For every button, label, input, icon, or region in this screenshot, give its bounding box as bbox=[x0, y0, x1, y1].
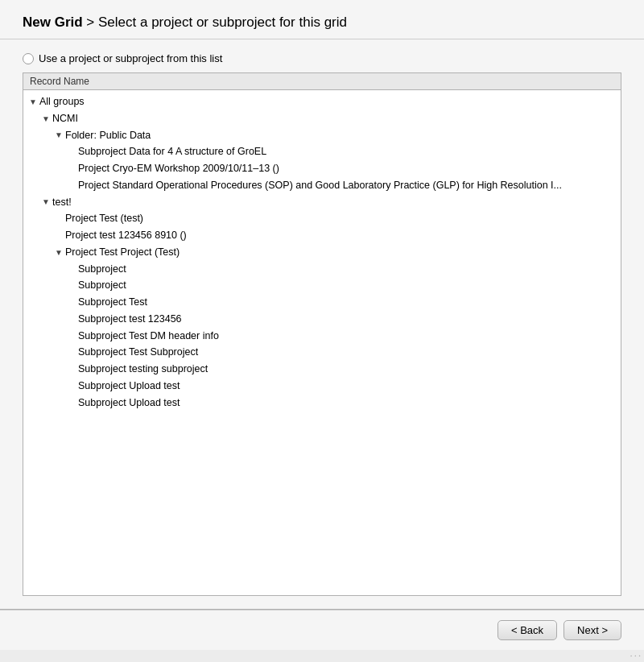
tree-item-label: All groups bbox=[38, 94, 85, 110]
tree-item-label: Subproject bbox=[76, 278, 126, 293]
tree-item-label: Project Cryo-EM Workshop 2009/10/11–13 (… bbox=[76, 161, 279, 176]
next-button[interactable]: Next > bbox=[564, 620, 621, 640]
triangle-icon[interactable] bbox=[41, 113, 51, 125]
radio-button[interactable] bbox=[23, 53, 34, 64]
tree-item-label: Folder: Public Data bbox=[64, 128, 151, 143]
triangle-icon[interactable] bbox=[54, 129, 64, 141]
content-area: Use a project or subproject from this li… bbox=[0, 39, 644, 609]
page-title: New Grid > Select a project or subprojec… bbox=[23, 14, 621, 31]
triangle-icon[interactable] bbox=[41, 196, 51, 208]
tree-item[interactable]: ▼Project Test (test) bbox=[23, 210, 621, 227]
tree-item-label: Subproject test 123456 bbox=[76, 312, 182, 327]
radio-row[interactable]: Use a project or subproject from this li… bbox=[23, 52, 621, 64]
tree-item[interactable]: ▼Project Cryo-EM Workshop 2009/10/11–13 … bbox=[23, 160, 621, 177]
tree-item[interactable]: ▼Project Standard Operational Procedures… bbox=[23, 177, 621, 194]
tree-column-header: Record Name bbox=[23, 73, 621, 90]
triangle-icon[interactable] bbox=[54, 246, 64, 259]
tree-item[interactable]: ▼Subproject bbox=[23, 261, 621, 278]
tree-item-label: Project test 123456 8910 () bbox=[64, 228, 187, 243]
tree-item-label: Subproject Test DM header info bbox=[76, 329, 219, 344]
tree-item-label: Subproject Data for 4 A structure of Gro… bbox=[76, 144, 266, 159]
tree-item-label: NCMI bbox=[51, 111, 78, 126]
page-title-main: > Select a project or subproject for thi… bbox=[83, 14, 347, 30]
tree-item-label: test! bbox=[51, 195, 72, 210]
tree-panel[interactable]: Record Name All groupsNCMIFolder: Public… bbox=[23, 72, 621, 596]
tree-item[interactable]: Project Test Project (Test) bbox=[23, 244, 621, 261]
tree-item-label: Subproject bbox=[76, 262, 126, 277]
tree-item[interactable]: All groups bbox=[23, 93, 621, 110]
tree-item-label: Subproject Test Subproject bbox=[76, 345, 198, 360]
back-button[interactable]: < Back bbox=[497, 620, 557, 640]
tree-item[interactable]: ▼Subproject Test Subproject bbox=[23, 344, 621, 361]
tree-item[interactable]: ▼Subproject Upload test bbox=[23, 395, 621, 412]
title-bar: New Grid > Select a project or subprojec… bbox=[0, 0, 644, 39]
page-title-prefix: New Grid bbox=[23, 14, 83, 30]
tree-item[interactable]: ▼Subproject Upload test bbox=[23, 378, 621, 395]
tree-item[interactable]: ▼Project test 123456 8910 () bbox=[23, 227, 621, 244]
tree-body: All groupsNCMIFolder: Public Data▼Subpro… bbox=[23, 90, 621, 414]
resize-grip-area: ⋰ bbox=[0, 650, 644, 662]
tree-item[interactable]: ▼Subproject testing subproject bbox=[23, 361, 621, 378]
tree-item-label: Subproject testing subproject bbox=[76, 362, 208, 377]
tree-item[interactable]: ▼Subproject Data for 4 A structure of Gr… bbox=[23, 143, 621, 160]
wizard-window: New Grid > Select a project or subprojec… bbox=[0, 0, 644, 662]
tree-item-label: Subproject Test bbox=[76, 295, 147, 310]
tree-item-label: Project Standard Operational Procedures … bbox=[76, 178, 562, 193]
radio-label: Use a project or subproject from this li… bbox=[39, 52, 222, 64]
tree-item-label: Project Test Project (Test) bbox=[64, 245, 180, 260]
tree-item-label: Subproject Upload test bbox=[76, 379, 180, 394]
tree-item[interactable]: Folder: Public Data bbox=[23, 127, 621, 144]
tree-item[interactable]: test! bbox=[23, 194, 621, 211]
tree-item[interactable]: ▼Subproject Test bbox=[23, 294, 621, 311]
tree-item-label: Subproject Upload test bbox=[76, 395, 180, 411]
tree-item-label: Project Test (test) bbox=[64, 211, 143, 226]
footer: < Back Next > bbox=[0, 610, 644, 650]
resize-grip-icon: ⋰ bbox=[629, 649, 642, 662]
tree-item[interactable]: ▼Subproject Test DM header info bbox=[23, 328, 621, 345]
triangle-icon[interactable] bbox=[28, 96, 38, 108]
tree-item[interactable]: ▼Subproject bbox=[23, 277, 621, 294]
tree-item[interactable]: NCMI bbox=[23, 110, 621, 127]
tree-item[interactable]: ▼Subproject test 123456 bbox=[23, 311, 621, 328]
